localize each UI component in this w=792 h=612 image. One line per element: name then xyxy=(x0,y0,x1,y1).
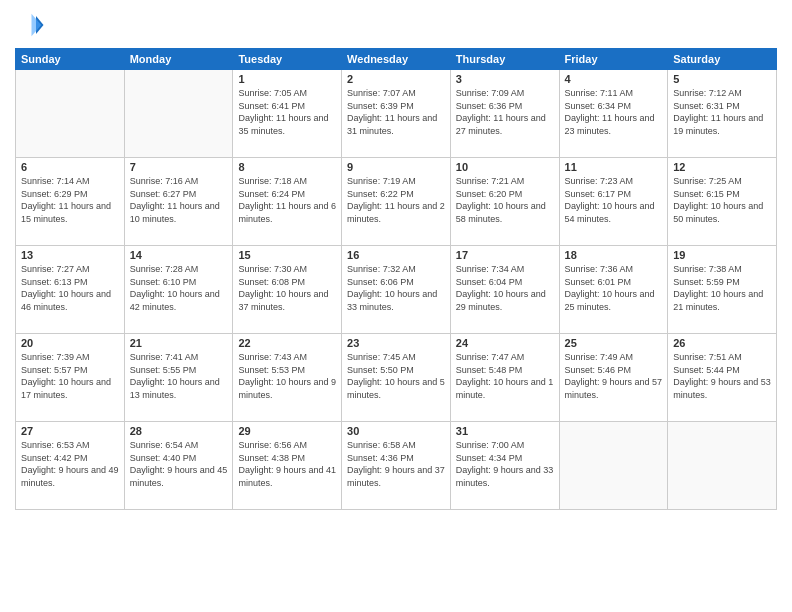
calendar-cell: 16Sunrise: 7:32 AMSunset: 6:06 PMDayligh… xyxy=(342,246,451,334)
day-info: Sunrise: 7:21 AMSunset: 6:20 PMDaylight:… xyxy=(456,175,554,225)
day-info: Sunrise: 7:41 AMSunset: 5:55 PMDaylight:… xyxy=(130,351,228,401)
day-info: Sunrise: 7:18 AMSunset: 6:24 PMDaylight:… xyxy=(238,175,336,225)
day-info: Sunrise: 7:47 AMSunset: 5:48 PMDaylight:… xyxy=(456,351,554,401)
calendar-cell xyxy=(16,70,125,158)
calendar-day-header: Tuesday xyxy=(233,49,342,70)
day-number: 31 xyxy=(456,425,554,437)
day-info: Sunrise: 7:32 AMSunset: 6:06 PMDaylight:… xyxy=(347,263,445,313)
day-info: Sunrise: 6:56 AMSunset: 4:38 PMDaylight:… xyxy=(238,439,336,489)
calendar-cell: 27Sunrise: 6:53 AMSunset: 4:42 PMDayligh… xyxy=(16,422,125,510)
header xyxy=(15,10,777,40)
day-number: 3 xyxy=(456,73,554,85)
day-number: 16 xyxy=(347,249,445,261)
calendar: SundayMondayTuesdayWednesdayThursdayFrid… xyxy=(15,48,777,510)
day-number: 22 xyxy=(238,337,336,349)
calendar-cell: 19Sunrise: 7:38 AMSunset: 5:59 PMDayligh… xyxy=(668,246,777,334)
calendar-cell xyxy=(559,422,668,510)
calendar-cell: 10Sunrise: 7:21 AMSunset: 6:20 PMDayligh… xyxy=(450,158,559,246)
day-number: 2 xyxy=(347,73,445,85)
day-number: 17 xyxy=(456,249,554,261)
day-info: Sunrise: 7:23 AMSunset: 6:17 PMDaylight:… xyxy=(565,175,663,225)
calendar-week-row: 20Sunrise: 7:39 AMSunset: 5:57 PMDayligh… xyxy=(16,334,777,422)
calendar-cell xyxy=(668,422,777,510)
day-info: Sunrise: 7:49 AMSunset: 5:46 PMDaylight:… xyxy=(565,351,663,401)
day-number: 7 xyxy=(130,161,228,173)
calendar-cell: 18Sunrise: 7:36 AMSunset: 6:01 PMDayligh… xyxy=(559,246,668,334)
day-info: Sunrise: 7:39 AMSunset: 5:57 PMDaylight:… xyxy=(21,351,119,401)
day-number: 27 xyxy=(21,425,119,437)
calendar-cell: 29Sunrise: 6:56 AMSunset: 4:38 PMDayligh… xyxy=(233,422,342,510)
calendar-week-row: 13Sunrise: 7:27 AMSunset: 6:13 PMDayligh… xyxy=(16,246,777,334)
calendar-cell: 2Sunrise: 7:07 AMSunset: 6:39 PMDaylight… xyxy=(342,70,451,158)
day-info: Sunrise: 7:43 AMSunset: 5:53 PMDaylight:… xyxy=(238,351,336,401)
day-info: Sunrise: 7:36 AMSunset: 6:01 PMDaylight:… xyxy=(565,263,663,313)
calendar-cell: 25Sunrise: 7:49 AMSunset: 5:46 PMDayligh… xyxy=(559,334,668,422)
day-number: 10 xyxy=(456,161,554,173)
day-number: 25 xyxy=(565,337,663,349)
calendar-header-row: SundayMondayTuesdayWednesdayThursdayFrid… xyxy=(16,49,777,70)
day-number: 13 xyxy=(21,249,119,261)
calendar-cell: 22Sunrise: 7:43 AMSunset: 5:53 PMDayligh… xyxy=(233,334,342,422)
calendar-cell: 8Sunrise: 7:18 AMSunset: 6:24 PMDaylight… xyxy=(233,158,342,246)
calendar-week-row: 27Sunrise: 6:53 AMSunset: 4:42 PMDayligh… xyxy=(16,422,777,510)
day-number: 28 xyxy=(130,425,228,437)
calendar-cell: 14Sunrise: 7:28 AMSunset: 6:10 PMDayligh… xyxy=(124,246,233,334)
calendar-cell: 23Sunrise: 7:45 AMSunset: 5:50 PMDayligh… xyxy=(342,334,451,422)
day-number: 19 xyxy=(673,249,771,261)
calendar-cell xyxy=(124,70,233,158)
calendar-cell: 20Sunrise: 7:39 AMSunset: 5:57 PMDayligh… xyxy=(16,334,125,422)
day-info: Sunrise: 6:58 AMSunset: 4:36 PMDaylight:… xyxy=(347,439,445,489)
day-number: 26 xyxy=(673,337,771,349)
day-info: Sunrise: 6:53 AMSunset: 4:42 PMDaylight:… xyxy=(21,439,119,489)
calendar-cell: 15Sunrise: 7:30 AMSunset: 6:08 PMDayligh… xyxy=(233,246,342,334)
calendar-day-header: Wednesday xyxy=(342,49,451,70)
calendar-cell: 6Sunrise: 7:14 AMSunset: 6:29 PMDaylight… xyxy=(16,158,125,246)
day-info: Sunrise: 7:05 AMSunset: 6:41 PMDaylight:… xyxy=(238,87,336,137)
day-info: Sunrise: 7:12 AMSunset: 6:31 PMDaylight:… xyxy=(673,87,771,137)
day-info: Sunrise: 7:34 AMSunset: 6:04 PMDaylight:… xyxy=(456,263,554,313)
calendar-cell: 1Sunrise: 7:05 AMSunset: 6:41 PMDaylight… xyxy=(233,70,342,158)
calendar-day-header: Thursday xyxy=(450,49,559,70)
day-number: 21 xyxy=(130,337,228,349)
calendar-day-header: Saturday xyxy=(668,49,777,70)
day-info: Sunrise: 7:51 AMSunset: 5:44 PMDaylight:… xyxy=(673,351,771,401)
day-info: Sunrise: 7:19 AMSunset: 6:22 PMDaylight:… xyxy=(347,175,445,225)
calendar-cell: 5Sunrise: 7:12 AMSunset: 6:31 PMDaylight… xyxy=(668,70,777,158)
calendar-cell: 17Sunrise: 7:34 AMSunset: 6:04 PMDayligh… xyxy=(450,246,559,334)
day-info: Sunrise: 7:38 AMSunset: 5:59 PMDaylight:… xyxy=(673,263,771,313)
day-number: 4 xyxy=(565,73,663,85)
day-info: Sunrise: 7:28 AMSunset: 6:10 PMDaylight:… xyxy=(130,263,228,313)
calendar-cell: 4Sunrise: 7:11 AMSunset: 6:34 PMDaylight… xyxy=(559,70,668,158)
day-number: 5 xyxy=(673,73,771,85)
day-number: 15 xyxy=(238,249,336,261)
calendar-cell: 28Sunrise: 6:54 AMSunset: 4:40 PMDayligh… xyxy=(124,422,233,510)
day-number: 20 xyxy=(21,337,119,349)
day-number: 24 xyxy=(456,337,554,349)
calendar-cell: 21Sunrise: 7:41 AMSunset: 5:55 PMDayligh… xyxy=(124,334,233,422)
day-number: 11 xyxy=(565,161,663,173)
calendar-cell: 11Sunrise: 7:23 AMSunset: 6:17 PMDayligh… xyxy=(559,158,668,246)
calendar-week-row: 6Sunrise: 7:14 AMSunset: 6:29 PMDaylight… xyxy=(16,158,777,246)
page: SundayMondayTuesdayWednesdayThursdayFrid… xyxy=(0,0,792,612)
day-number: 23 xyxy=(347,337,445,349)
calendar-day-header: Monday xyxy=(124,49,233,70)
day-info: Sunrise: 7:07 AMSunset: 6:39 PMDaylight:… xyxy=(347,87,445,137)
calendar-cell: 31Sunrise: 7:00 AMSunset: 4:34 PMDayligh… xyxy=(450,422,559,510)
calendar-cell: 13Sunrise: 7:27 AMSunset: 6:13 PMDayligh… xyxy=(16,246,125,334)
day-info: Sunrise: 7:14 AMSunset: 6:29 PMDaylight:… xyxy=(21,175,119,225)
day-info: Sunrise: 7:25 AMSunset: 6:15 PMDaylight:… xyxy=(673,175,771,225)
calendar-cell: 26Sunrise: 7:51 AMSunset: 5:44 PMDayligh… xyxy=(668,334,777,422)
calendar-day-header: Sunday xyxy=(16,49,125,70)
day-number: 8 xyxy=(238,161,336,173)
calendar-cell: 30Sunrise: 6:58 AMSunset: 4:36 PMDayligh… xyxy=(342,422,451,510)
day-info: Sunrise: 6:54 AMSunset: 4:40 PMDaylight:… xyxy=(130,439,228,489)
day-number: 9 xyxy=(347,161,445,173)
calendar-cell: 24Sunrise: 7:47 AMSunset: 5:48 PMDayligh… xyxy=(450,334,559,422)
logo-icon xyxy=(15,10,45,40)
day-number: 30 xyxy=(347,425,445,437)
day-number: 29 xyxy=(238,425,336,437)
calendar-week-row: 1Sunrise: 7:05 AMSunset: 6:41 PMDaylight… xyxy=(16,70,777,158)
calendar-cell: 3Sunrise: 7:09 AMSunset: 6:36 PMDaylight… xyxy=(450,70,559,158)
day-info: Sunrise: 7:11 AMSunset: 6:34 PMDaylight:… xyxy=(565,87,663,137)
day-info: Sunrise: 7:27 AMSunset: 6:13 PMDaylight:… xyxy=(21,263,119,313)
